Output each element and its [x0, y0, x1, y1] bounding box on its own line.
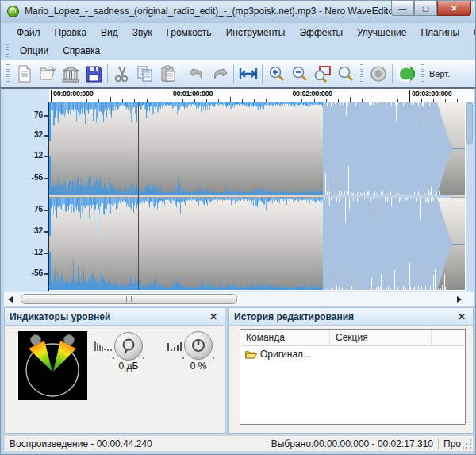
db-label: -12: [32, 248, 43, 256]
toolbar-grip[interactable]: [360, 64, 363, 83]
playback-icon[interactable]: [395, 63, 418, 85]
scroll-right-arrow-icon[interactable]: [453, 292, 466, 307]
waveform-canvas[interactable]: [49, 102, 465, 291]
new-file-icon[interactable]: [13, 63, 36, 85]
levels-panel-title: Индикаторы уровней: [10, 311, 207, 322]
ruler-corner: [4, 89, 49, 102]
db-label: 76: [34, 205, 43, 214]
level-bars-icon: [167, 340, 183, 351]
menu-enhancement[interactable]: Улучшение: [350, 25, 413, 40]
history-row-original[interactable]: Оригинал...: [240, 346, 465, 362]
menu-effects[interactable]: Эффекты: [292, 25, 350, 40]
zoom-selection-icon[interactable]: [311, 63, 334, 85]
menu-volume[interactable]: Громкость: [159, 25, 218, 40]
mix-knob-label: 0 %: [175, 361, 222, 372]
zoom-normal-icon[interactable]: [334, 63, 357, 85]
menu-plugins[interactable]: Плагины: [413, 25, 466, 40]
redo-icon[interactable]: [208, 63, 231, 85]
history-panel-header[interactable]: История редактирования ✕: [229, 308, 473, 326]
levels-panel: Индикаторы уровней ✕: [4, 307, 225, 434]
menu-help[interactable]: Справка: [56, 43, 107, 59]
close-icon[interactable]: ✕: [207, 311, 220, 322]
menu-file[interactable]: Файл: [10, 25, 48, 40]
vu-meter: [18, 331, 87, 400]
db-label: 32: [34, 226, 43, 235]
toolbar-grip[interactable]: [421, 64, 424, 83]
db-label: 32: [34, 130, 43, 139]
statusbar: Воспроизведение - 00:00:44:240 Выбрано:0…: [4, 435, 474, 452]
zoom-in-icon[interactable]: [265, 63, 288, 85]
mix-knob[interactable]: [184, 331, 213, 360]
timeline-tick-label: 00:03:00:000: [412, 90, 451, 98]
db-scale-column: 76 32 -12 -56 76 32 -12 -56: [4, 102, 48, 291]
timeline-tick-label: 00:00:00:000: [53, 90, 93, 98]
menu-view[interactable]: Вид: [94, 25, 125, 40]
menu-tools[interactable]: Инструменты: [219, 25, 293, 40]
vertical-scrollbar-thumb[interactable]: [466, 102, 473, 144]
titlebar: Mario_Lopez_-_sadness_(original_radio_ed…: [1, 1, 475, 24]
history-list[interactable]: Команда Секция Оригинал...: [240, 329, 466, 425]
timeline-tick-label: 00:01:00:000: [173, 90, 213, 98]
db-label: -56: [32, 268, 43, 277]
horizontal-scrollbar-thumb[interactable]: [21, 294, 237, 304]
undo-icon[interactable]: [185, 63, 208, 85]
history-panel: История редактирования ✕ Команда Секция …: [228, 307, 474, 434]
toolbar-grip[interactable]: [6, 64, 10, 83]
cut-icon[interactable]: [110, 63, 133, 85]
status-clipped-text: Про: [443, 438, 463, 449]
scroll-left-arrow-icon[interactable]: [4, 292, 17, 307]
playback-status: Воспроизведение - 00:00:44:240: [10, 438, 152, 449]
toolbar: Верт.: [1, 60, 475, 87]
close-button[interactable]: ✕: [437, 1, 471, 16]
selection-status: Выбрано:00:00:00:000 - 00:02:17:310: [271, 438, 433, 449]
app-window: Mario_Lopez_-_sadness_(original_radio_ed…: [0, 0, 476, 455]
db-label: -12: [32, 151, 43, 160]
nero-app-icon: [7, 6, 19, 17]
resize-grip[interactable]: [463, 438, 472, 449]
history-column-section[interactable]: Секция: [330, 330, 432, 345]
history-column-command[interactable]: Команда: [240, 330, 330, 345]
db-label: 76: [34, 110, 43, 119]
maximize-button[interactable]: ▢: [414, 1, 437, 16]
open-file-icon[interactable]: [36, 63, 59, 85]
waveform-view: 00:00:00:00000:01:00:00000:02:00:00000:0…: [4, 89, 474, 306]
toolbar-grip[interactable]: [6, 44, 9, 57]
horizontal-scrollbar[interactable]: [4, 291, 474, 306]
paste-icon[interactable]: [156, 63, 179, 85]
close-icon[interactable]: ✕: [455, 311, 468, 322]
db-label: -56: [32, 173, 43, 182]
menubar: Файл Правка Вид Звук Громкость Инструмен…: [1, 23, 475, 60]
zoom-out-icon[interactable]: [288, 63, 311, 85]
menu-edit[interactable]: Правка: [48, 25, 94, 40]
menu-windows[interactable]: Окна: [466, 25, 476, 40]
fit-width-icon[interactable]: [236, 63, 259, 85]
timeline-ruler[interactable]: 00:00:00:00000:01:00:00000:02:00:00000:0…: [49, 89, 474, 102]
window-title: Mario_Lopez_-_sadness_(original_radio_ed…: [25, 6, 397, 17]
level-falloff-icon: [94, 340, 112, 351]
minimize-button[interactable]: —: [391, 1, 414, 16]
menu-options[interactable]: Опции: [13, 43, 56, 59]
levels-panel-header[interactable]: Индикаторы уровней ✕: [5, 308, 225, 326]
vertical-scrollbar[interactable]: [466, 102, 474, 291]
menu-audio[interactable]: Звук: [125, 25, 159, 40]
save-icon[interactable]: [82, 63, 105, 85]
audio-archive-icon[interactable]: [59, 63, 82, 85]
vertical-scale-label: Верт.: [429, 69, 450, 79]
timeline-tick-label: 00:02:00:000: [292, 90, 332, 98]
copy-icon[interactable]: [133, 63, 156, 85]
record-icon[interactable]: [367, 63, 390, 85]
gain-knob[interactable]: [114, 332, 143, 361]
history-panel-title: История редактирования: [234, 311, 455, 322]
folder-icon: [245, 349, 257, 359]
gain-knob-label: 0 дБ: [105, 361, 152, 372]
